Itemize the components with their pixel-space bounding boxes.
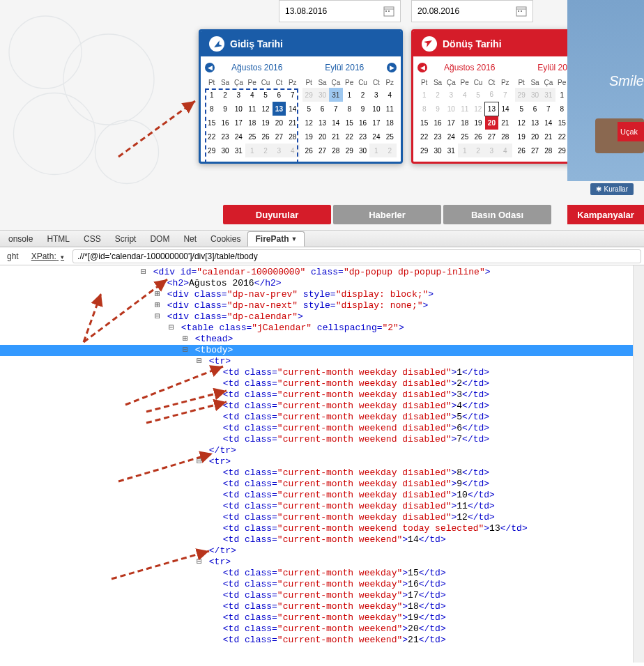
tab-html[interactable]: HTML bbox=[40, 231, 77, 247]
tab-css[interactable]: CSS bbox=[77, 231, 108, 247]
calendar-day[interactable]: 14 bbox=[542, 116, 555, 130]
calendar-day[interactable]: 29 bbox=[555, 144, 569, 157]
calendar-day[interactable]: 13 bbox=[273, 102, 286, 116]
tree-node[interactable]: <td class="current-month weekend">14</td… bbox=[0, 534, 644, 545]
calendar-day[interactable]: 4 bbox=[286, 144, 299, 157]
calendar-day[interactable]: 2 bbox=[431, 88, 444, 102]
tree-node[interactable]: </tr> bbox=[0, 445, 644, 456]
tab-announcements[interactable]: Duyurular bbox=[223, 205, 331, 224]
calendar-day[interactable]: 31 bbox=[232, 144, 245, 157]
tree-node[interactable]: <td class="current-month weekend disable… bbox=[0, 423, 644, 434]
calendar-day[interactable]: 21 bbox=[329, 130, 342, 144]
calendar-day[interactable]: 16 bbox=[218, 116, 231, 130]
calendar-day[interactable]: 9 bbox=[218, 102, 231, 116]
prev-month-arrow[interactable]: ◀ bbox=[205, 63, 215, 72]
calendar-grid[interactable]: PtSaÇaPeCuCtPz12345678910111213141516171… bbox=[205, 77, 300, 157]
tab-cookies[interactable]: Cookies bbox=[204, 231, 247, 247]
tree-node[interactable]: ⊟ <tbody> bbox=[0, 345, 644, 356]
tab-firepath[interactable]: FirePath▼ bbox=[247, 231, 305, 247]
xpath-input[interactable] bbox=[72, 249, 641, 263]
calendar-day[interactable]: 26 bbox=[515, 144, 528, 157]
tree-node[interactable]: <td class="current-month weekday">16</td… bbox=[0, 579, 644, 590]
calendar-day[interactable]: 5 bbox=[471, 88, 484, 102]
tree-node[interactable]: <td class="current-month weekend">21</td… bbox=[0, 635, 644, 646]
collapse-icon[interactable]: ⊟ bbox=[195, 456, 204, 467]
tree-node[interactable]: ⊟ <div class="dp-calendar"> bbox=[0, 311, 644, 323]
calendar-day[interactable]: 24 bbox=[232, 130, 245, 144]
calendar-day[interactable]: 27 bbox=[316, 144, 329, 157]
calendar-day[interactable]: 29 bbox=[205, 144, 218, 157]
calendar-day[interactable]: 4 bbox=[498, 144, 512, 157]
calendar-day[interactable]: 25 bbox=[245, 130, 259, 144]
calendar-day[interactable]: 28 bbox=[286, 130, 299, 144]
calendar-day[interactable]: 6 bbox=[528, 102, 542, 116]
calendar-day[interactable]: 8 bbox=[205, 102, 218, 116]
calendar-grid[interactable]: PtSaÇaPeCuCtPz12345678910111213141516171… bbox=[417, 77, 512, 157]
calendar-day[interactable]: 26 bbox=[471, 130, 484, 144]
tab-dom[interactable]: DOM bbox=[143, 231, 176, 247]
highlight-button[interactable]: ght bbox=[3, 250, 23, 263]
calendar-day[interactable]: 1 bbox=[555, 88, 569, 102]
calendar-day[interactable]: 18 bbox=[245, 116, 259, 130]
calendar-day[interactable]: 20 bbox=[528, 130, 542, 144]
tree-node[interactable]: <h2>Ağustos 2016</h2> bbox=[0, 278, 644, 289]
calendar-day[interactable]: 5 bbox=[515, 102, 528, 116]
calendar-day[interactable]: 1 bbox=[458, 144, 471, 157]
calendar-day[interactable]: 13 bbox=[528, 116, 542, 130]
calendar-day[interactable]: 25 bbox=[383, 130, 397, 144]
collapse-icon[interactable]: ⊟ bbox=[195, 557, 204, 568]
calendar-day[interactable]: 30 bbox=[528, 88, 542, 102]
calendar-day[interactable]: 21 bbox=[286, 116, 299, 130]
calendar-day[interactable]: 22 bbox=[205, 130, 218, 144]
tab-console[interactable]: onsole bbox=[1, 231, 40, 247]
tree-node[interactable]: ⊟ <div id="calendar-100000000" class="dp… bbox=[0, 267, 644, 278]
calendar-day[interactable]: 30 bbox=[356, 144, 369, 157]
collapse-icon[interactable]: ⊟ bbox=[181, 345, 190, 356]
calendar-day[interactable]: 14 bbox=[286, 102, 299, 116]
scrollbar[interactable] bbox=[633, 265, 644, 663]
calendar-day[interactable]: 2 bbox=[471, 144, 484, 157]
tree-node[interactable]: </tr> bbox=[0, 545, 644, 557]
tree-node[interactable]: <td class="current-month weekday">18</td… bbox=[0, 601, 644, 612]
tree-node[interactable]: <td class="current-month weekend today s… bbox=[0, 523, 644, 534]
calendar-day[interactable]: 20 bbox=[485, 116, 498, 130]
tree-node[interactable]: <td class="current-month weekday disable… bbox=[0, 479, 644, 490]
calendar-day[interactable]: 29 bbox=[515, 88, 528, 102]
calendar-day[interactable]: 4 bbox=[458, 88, 471, 102]
tree-node[interactable]: <td class="current-month weekday">19</td… bbox=[0, 612, 644, 624]
calendar-day[interactable]: 1 bbox=[245, 144, 259, 157]
calendar-day[interactable]: 17 bbox=[232, 116, 245, 130]
dom-tree[interactable]: ⊟ <div id="calendar-100000000" class="dp… bbox=[0, 265, 644, 663]
calendar-day[interactable]: 11 bbox=[383, 102, 397, 116]
tree-node[interactable]: <td class="current-month weekend">20</td… bbox=[0, 624, 644, 635]
calendar-day[interactable]: 15 bbox=[205, 116, 218, 130]
calendar-day[interactable]: 6 bbox=[273, 88, 286, 102]
calendar-day[interactable]: 23 bbox=[356, 130, 369, 144]
calendar-day[interactable]: 31 bbox=[329, 88, 342, 102]
tree-node[interactable]: <td class="current-month weekday disable… bbox=[0, 412, 644, 423]
calendar-day[interactable]: 31 bbox=[542, 88, 555, 102]
calendar-day[interactable]: 2 bbox=[218, 88, 231, 102]
tab-net[interactable]: Net bbox=[176, 231, 204, 247]
calendar-day[interactable]: 1 bbox=[343, 88, 356, 102]
calendar-day[interactable]: 19 bbox=[515, 130, 528, 144]
calendar-day[interactable]: 10 bbox=[232, 102, 245, 116]
calendar-day[interactable]: 13 bbox=[316, 116, 329, 130]
calendar-day[interactable]: 16 bbox=[431, 116, 444, 130]
calendar-day[interactable]: 14 bbox=[498, 102, 512, 116]
xpath-dropdown[interactable]: XPath: ▾ bbox=[27, 250, 68, 263]
tab-press[interactable]: Basın Odası bbox=[443, 205, 551, 224]
tree-node[interactable]: <td class="current-month weekday disable… bbox=[0, 467, 644, 479]
tab-news[interactable]: Haberler bbox=[333, 205, 441, 224]
calendar-day[interactable]: 1 bbox=[205, 88, 218, 102]
calendar-day[interactable]: 3 bbox=[232, 88, 245, 102]
calendar-day[interactable]: 4 bbox=[383, 88, 397, 102]
calendar-day[interactable]: 3 bbox=[369, 88, 383, 102]
calendar-day[interactable]: 2 bbox=[383, 144, 397, 157]
calendar-day[interactable]: 3 bbox=[273, 144, 286, 157]
calendar-day[interactable]: 15 bbox=[417, 116, 431, 130]
calendar-day[interactable]: 22 bbox=[417, 130, 431, 144]
collapse-icon[interactable]: ⊟ bbox=[153, 311, 162, 323]
tree-node[interactable]: ⊞ <div class="dp-nav-prev" style="displa… bbox=[0, 289, 644, 300]
calendar-day[interactable]: 12 bbox=[259, 102, 272, 116]
